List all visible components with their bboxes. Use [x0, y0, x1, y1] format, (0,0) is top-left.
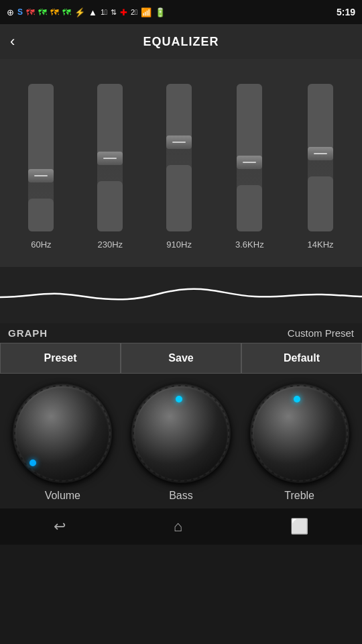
sim-icon: 1⃣ — [101, 8, 107, 16]
bluetooth-icon: ⚡ — [74, 7, 85, 17]
plus-icon: ⊕ — [7, 7, 14, 17]
save-button[interactable]: Save — [121, 343, 241, 374]
slider-track-3[interactable] — [166, 84, 192, 231]
cross-icon: ✚ — [120, 7, 127, 17]
s-app-icon: S — [17, 7, 23, 17]
slider-col-2: 230Hz — [97, 84, 123, 250]
slider-col-1: 60Hz — [28, 84, 54, 250]
treble-knob-dot — [294, 396, 300, 402]
volume-label: Volume — [45, 490, 80, 502]
status-icons: ⊕ S 🗺 🗺 🗺 🗺 ⚡ ▲ 1⃣ ⇅ ✚ 2⃣ 📶 🔋 — [7, 7, 166, 17]
volume-knob-ring — [13, 384, 112, 483]
slider-thumb-line-3 — [172, 142, 186, 143]
graph-label-row: GRAPH Custom Preset — [0, 323, 362, 343]
slider-label-3: 910Hz — [166, 239, 192, 250]
volume-knob-dot — [29, 460, 36, 466]
slider-thumb-line-2 — [103, 158, 117, 159]
nav-bar: ↩ ⌂ ⬜ — [0, 508, 362, 545]
slider-label-2: 230Hz — [97, 239, 123, 250]
header: ‹ EQUALIZER — [0, 24, 362, 59]
slider-label-5: 14KHz — [308, 239, 334, 250]
bass-knob[interactable] — [134, 386, 228, 480]
eq-sliders-section: 60Hz 230Hz 910Hz — [0, 59, 362, 267]
slider-thumb-line-5 — [314, 153, 327, 154]
custom-preset-label: Custom Preset — [288, 327, 354, 339]
back-button[interactable]: ‹ — [10, 33, 15, 50]
sliders-container: 60Hz 230Hz 910Hz — [7, 69, 355, 264]
clock: 5:19 — [337, 7, 355, 17]
slider-track-5[interactable] — [308, 84, 333, 231]
treble-knob-ring — [250, 384, 349, 483]
eq-graph — [0, 267, 362, 321]
nav-home-button[interactable]: ⌂ — [174, 518, 182, 535]
nav-recent-button[interactable]: ⬜ — [290, 518, 308, 535]
sim2-icon: 2⃣ — [131, 8, 137, 16]
buttons-row: Preset Save Default — [0, 343, 362, 374]
treble-knob-col: Treble — [250, 384, 349, 502]
slider-track-2[interactable] — [97, 84, 123, 231]
preset-button[interactable]: Preset — [0, 343, 121, 374]
bass-label: Bass — [169, 490, 193, 502]
volume-knob-col: Volume — [13, 384, 112, 502]
slider-col-4: 3.6KHz — [235, 84, 264, 250]
bass-knob-dot — [176, 396, 182, 402]
slider-track-1[interactable] — [28, 84, 54, 231]
graph-label: GRAPH — [8, 327, 48, 339]
bass-knob-col: Bass — [131, 384, 231, 502]
signal-icon: 📶 — [141, 7, 152, 17]
default-button[interactable]: Default — [241, 343, 362, 374]
slider-thumb-line-1 — [34, 175, 48, 176]
slider-thumb-2[interactable] — [97, 152, 123, 165]
graph-section: GRAPH Custom Preset — [0, 267, 362, 343]
treble-label: Treble — [284, 490, 314, 502]
app-icon-4: 🗺 — [62, 7, 71, 17]
nav-back-button[interactable]: ↩ — [54, 518, 66, 535]
app-icon-2: 🗺 — [38, 7, 47, 17]
slider-thumb-1[interactable] — [28, 169, 54, 182]
status-bar: ⊕ S 🗺 🗺 🗺 🗺 ⚡ ▲ 1⃣ ⇅ ✚ 2⃣ 📶 🔋 5:19 — [0, 0, 362, 24]
slider-label-1: 60Hz — [31, 239, 51, 250]
app-icon-3: 🗺 — [50, 7, 59, 17]
knobs-section: Volume Bass Treble — [0, 374, 362, 508]
slider-track-4[interactable] — [237, 84, 262, 231]
slider-col-3: 910Hz — [166, 84, 192, 250]
data-icon: ⇅ — [111, 8, 117, 17]
slider-col-5: 14KHz — [308, 84, 334, 250]
page-title: EQUALIZER — [143, 35, 219, 49]
slider-thumb-5[interactable] — [308, 147, 333, 160]
slider-thumb-4[interactable] — [237, 156, 262, 169]
battery-icon: 🔋 — [155, 7, 166, 17]
slider-thumb-line-4 — [243, 162, 256, 163]
slider-thumb-3[interactable] — [166, 136, 192, 149]
slider-label-4: 3.6KHz — [235, 239, 264, 250]
bass-knob-ring — [131, 384, 231, 483]
wifi-icon: ▲ — [88, 7, 97, 17]
treble-knob[interactable] — [253, 386, 347, 480]
volume-knob[interactable] — [15, 386, 109, 480]
app-icon-1: 🗺 — [26, 7, 35, 17]
